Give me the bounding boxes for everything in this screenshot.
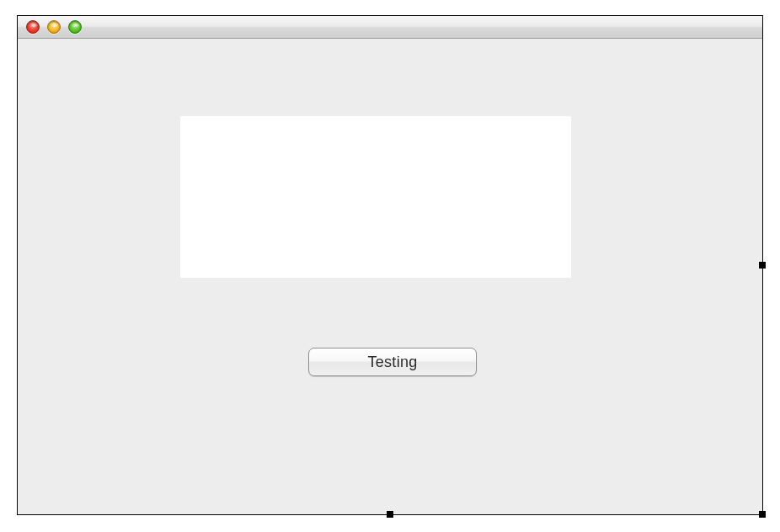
- custom-view: [180, 116, 571, 278]
- testing-button[interactable]: Testing: [308, 348, 477, 376]
- resize-handle-bottom[interactable]: [387, 511, 393, 518]
- minimize-icon[interactable]: [47, 20, 61, 34]
- interface-builder-canvas: Testing: [17, 15, 763, 515]
- zoom-icon[interactable]: [68, 20, 82, 34]
- resize-handle-corner[interactable]: [759, 511, 766, 518]
- window-content-area: Testing: [18, 39, 762, 514]
- close-icon[interactable]: [26, 20, 40, 34]
- resize-handle-right[interactable]: [759, 262, 766, 269]
- window-title-bar[interactable]: [18, 16, 762, 39]
